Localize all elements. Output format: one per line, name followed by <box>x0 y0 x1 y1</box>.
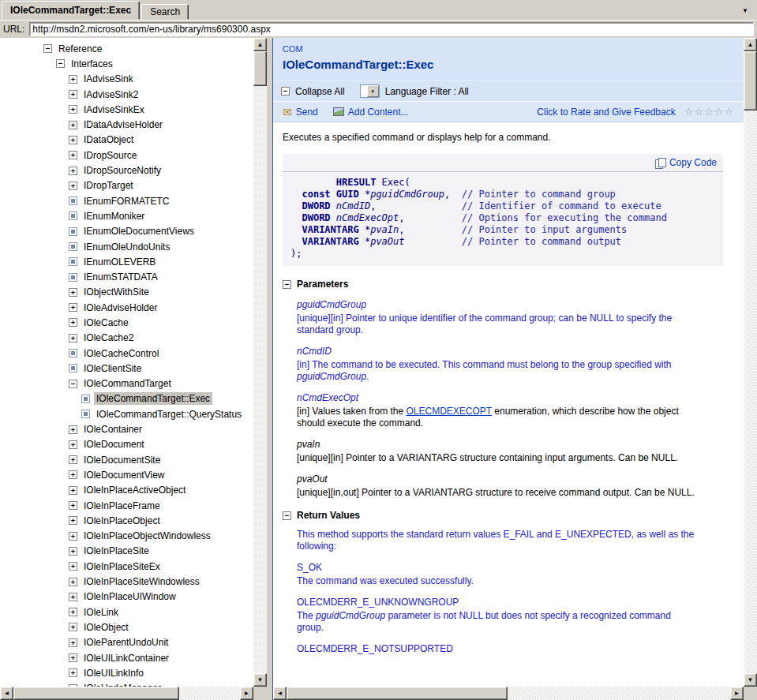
star-icon[interactable]: ☆ <box>684 106 695 118</box>
tree-item[interactable]: +IOleInPlaceObject <box>0 513 253 528</box>
tree-item[interactable]: +IDropTarget <box>0 178 253 193</box>
tree-item[interactable]: +IOleInPlaceObjectWindowless <box>0 529 253 544</box>
tree-vertical-scrollbar[interactable]: ▲ ▼ <box>253 38 267 687</box>
tree-item[interactable]: +IOleInPlaceSiteWindowless <box>0 574 253 589</box>
expand-icon[interactable]: + <box>69 562 77 571</box>
scroll-thumb[interactable] <box>13 687 179 700</box>
collapse-all-icon[interactable]: − <box>281 87 290 95</box>
expand-icon[interactable]: + <box>69 638 77 647</box>
expand-icon[interactable]: + <box>69 136 77 144</box>
scroll-up-button[interactable]: ▲ <box>253 38 267 51</box>
collapse-all-label[interactable]: Collapse All <box>295 86 345 97</box>
tree-item[interactable]: +IOleInPlaceFrame <box>0 498 253 513</box>
scroll-thumb[interactable] <box>744 51 757 110</box>
expand-icon[interactable]: + <box>69 486 77 495</box>
scroll-right-button[interactable]: ► <box>730 687 744 700</box>
tab-topic[interactable]: IOleCommandTarget::Exec <box>2 1 140 20</box>
tree-item[interactable]: IEnumOleUndoUnits <box>0 239 253 254</box>
expand-icon[interactable]: + <box>69 288 77 297</box>
tree-item[interactable]: −IOleCommandTarget <box>0 376 253 391</box>
tree-item[interactable]: +IDataObject <box>0 133 253 148</box>
collapse-section-icon[interactable]: − <box>283 280 291 289</box>
scroll-down-button[interactable]: ▼ <box>253 673 267 687</box>
tree-item[interactable]: +IDropSourceNotify <box>0 163 253 178</box>
expand-icon[interactable]: + <box>69 578 77 586</box>
expand-icon[interactable]: + <box>69 167 77 175</box>
language-filter-dropdown[interactable]: ▼ <box>360 84 380 98</box>
scroll-up-button[interactable]: ▲ <box>744 38 757 51</box>
dropdown-arrow-icon[interactable]: ▼ <box>367 85 379 97</box>
tree-item[interactable]: +IOleUndoManager <box>0 680 253 687</box>
rating-stars[interactable]: ☆☆☆☆☆ <box>684 106 734 118</box>
tree-item[interactable]: IEnumMoniker <box>0 208 253 223</box>
doc-horizontal-scrollbar[interactable]: ◄ ► <box>273 687 744 700</box>
star-icon[interactable]: ☆ <box>714 106 725 118</box>
collapse-icon[interactable]: − <box>56 59 65 68</box>
send-link[interactable]: Send <box>296 107 318 118</box>
expand-icon[interactable]: + <box>69 532 77 541</box>
url-input[interactable] <box>29 22 754 36</box>
expand-icon[interactable]: + <box>69 90 77 99</box>
collapse-icon[interactable]: − <box>69 380 77 388</box>
expand-icon[interactable]: + <box>69 440 77 449</box>
star-icon[interactable]: ☆ <box>694 106 704 118</box>
tree-item[interactable]: +IOleParentUndoUnit <box>0 635 253 650</box>
collapse-section-icon[interactable]: − <box>283 511 291 520</box>
tree-item[interactable]: IEnumOleDocumentViews <box>0 224 253 239</box>
expand-icon[interactable]: + <box>69 455 77 464</box>
tree-item[interactable]: IOleCommandTarget::QueryStatus <box>0 406 253 421</box>
expand-icon[interactable]: + <box>69 425 77 434</box>
doc-vertical-scrollbar[interactable]: ▲ ▼ <box>744 38 757 687</box>
tree-item[interactable]: +IOleCache <box>0 315 253 330</box>
tree-item[interactable]: +IObjectWithSite <box>0 285 253 300</box>
copy-code-link[interactable]: Copy Code <box>669 157 717 168</box>
tree-item[interactable]: +IOleCache2 <box>0 331 253 346</box>
star-icon[interactable]: ☆ <box>704 106 714 118</box>
tree-item[interactable]: −Reference <box>0 41 253 56</box>
tab-list-dropdown-icon[interactable]: ▼ <box>738 3 752 17</box>
expand-icon[interactable]: + <box>69 182 77 190</box>
expand-icon[interactable]: + <box>69 75 77 84</box>
tree-item[interactable]: IEnumOLEVERB <box>0 254 253 269</box>
expand-icon[interactable]: + <box>69 516 77 525</box>
expand-icon[interactable]: + <box>69 334 77 343</box>
tree-item[interactable]: +IOleContainer <box>0 421 253 436</box>
expand-icon[interactable]: + <box>69 547 77 556</box>
tree-item[interactable]: +IAdviseSinkEx <box>0 102 253 117</box>
tree-item[interactable]: +IOleInPlaceUIWindow <box>0 590 253 605</box>
tree-item[interactable]: +IOleDocument <box>0 437 253 452</box>
expand-icon[interactable]: + <box>69 668 77 677</box>
tree-item[interactable]: +IOleUILinkInfo <box>0 665 253 680</box>
tree-item[interactable]: +IDropSource <box>0 148 253 163</box>
tree-item[interactable]: +IOleLink <box>0 605 253 620</box>
expand-icon[interactable]: + <box>69 303 77 312</box>
expand-icon[interactable]: + <box>69 501 77 510</box>
tree-item[interactable]: +IOleInPlaceActiveObject <box>0 483 253 498</box>
scroll-thumb[interactable] <box>287 687 508 700</box>
scroll-right-button[interactable]: ► <box>240 687 253 700</box>
tree-item[interactable]: −Interfaces <box>0 56 253 71</box>
collapse-icon[interactable]: − <box>43 44 52 53</box>
expand-icon[interactable]: + <box>69 593 77 601</box>
tree-item[interactable]: +IOleObject <box>0 620 253 634</box>
tree-horizontal-scrollbar[interactable]: ◄ ► <box>0 687 253 700</box>
tree-item[interactable]: +IOleDocumentSite <box>0 452 253 467</box>
expand-icon[interactable]: + <box>69 151 77 159</box>
tree-item[interactable]: +IAdviseSink2 <box>0 87 253 102</box>
scroll-left-button[interactable]: ◄ <box>273 687 287 700</box>
tree-item[interactable]: IOleCommandTarget::Exec <box>0 391 253 406</box>
tree-item[interactable]: +IOleAdviseHolder <box>0 300 253 315</box>
rate-feedback-link[interactable]: Click to Rate and Give Feedback <box>537 107 675 118</box>
tree-item[interactable]: +IAdviseSink <box>0 72 253 87</box>
expand-icon[interactable]: + <box>69 653 77 662</box>
tree-item[interactable]: IEnumSTATDATA <box>0 269 253 284</box>
expand-icon[interactable]: + <box>69 105 77 114</box>
tree-item[interactable]: +IOleUILinkContainer <box>0 650 253 665</box>
tree-item[interactable]: +IOleInPlaceSite <box>0 544 253 559</box>
star-icon[interactable]: ☆ <box>724 106 734 118</box>
add-content-link[interactable]: Add Content... <box>348 107 409 118</box>
scroll-left-button[interactable]: ◄ <box>0 687 13 700</box>
inline-link[interactable]: OLECMDEXECOPT <box>407 406 492 417</box>
expand-icon[interactable]: + <box>69 623 77 631</box>
tree-item[interactable]: +IOleDocumentView <box>0 467 253 482</box>
